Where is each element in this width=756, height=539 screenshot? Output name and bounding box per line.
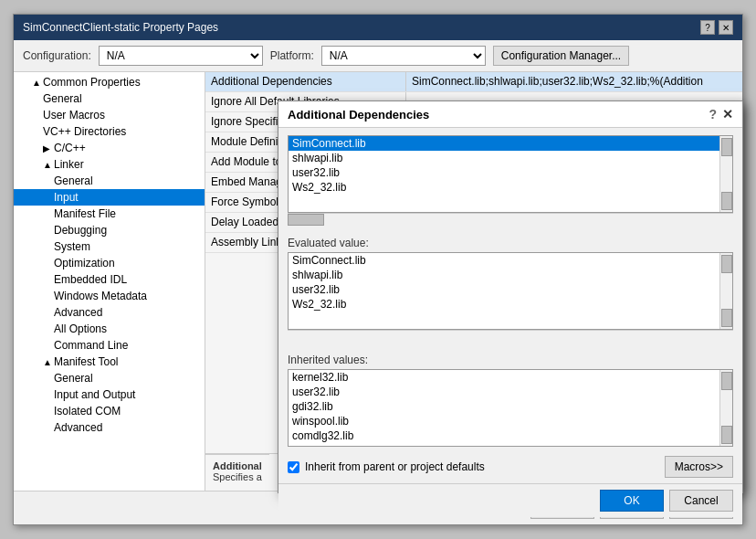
input-item-shlwapi[interactable]: shlwapi.lib: [289, 151, 719, 165]
input-scrollbar[interactable]: [719, 136, 732, 212]
input-listbox[interactable]: SimConnect.lib shlwapi.lib user32.lib Ws…: [288, 135, 733, 213]
eval-item-ws2: Ws2_32.lib: [289, 297, 719, 312]
prop-value-additional-deps: SimConnect.lib;shlwapi.lib;user32.lib;Ws…: [406, 72, 742, 91]
scroll-thumb-down: [721, 192, 732, 210]
float-close-btn[interactable]: ✕: [722, 107, 733, 122]
hscroll-thumb: [288, 214, 324, 226]
float-title-controls: ? ✕: [709, 107, 733, 122]
tree-item-general-1[interactable]: General: [14, 90, 205, 107]
tree-item-manifest-file[interactable]: Manifest File: [14, 206, 205, 222]
expand-icon-linker: ▲: [43, 160, 52, 170]
tree-item-general-linker[interactable]: General: [14, 173, 205, 189]
tree-item-command-line[interactable]: Command Line: [14, 337, 205, 354]
inherit-checkbox[interactable]: [288, 461, 299, 473]
prop-description: Additional Specifies a: [205, 454, 269, 491]
tree-item-general-manifest[interactable]: General: [14, 370, 205, 386]
close-button[interactable]: ✕: [719, 20, 733, 35]
tree-item-advanced-manifest[interactable]: Advanced: [14, 419, 205, 436]
tree-item-windows-metadata[interactable]: Windows Metadata: [14, 288, 205, 304]
tree-item-user-macros[interactable]: User Macros: [14, 107, 205, 123]
float-dialog-title: Additional Dependencies: [288, 108, 429, 122]
tree-item-embedded-idl[interactable]: Embedded IDL: [14, 271, 205, 288]
inh-scroll-up: [721, 372, 732, 390]
tree-item-vc-directories[interactable]: VC++ Directories: [14, 123, 205, 140]
inherited-inner: kernel32.lib user32.lib gdi32.lib winspo…: [289, 370, 719, 446]
config-manager-button[interactable]: Configuration Manager...: [493, 46, 629, 66]
expand-icon: ▲: [32, 78, 41, 88]
inherited-scrollbar[interactable]: [719, 370, 732, 446]
input-item-user32[interactable]: user32.lib: [289, 165, 719, 180]
tree-item-system[interactable]: System: [14, 238, 205, 255]
input-item-ws2[interactable]: Ws2_32.lib: [289, 180, 719, 195]
tree-item-input-output[interactable]: Input and Output: [14, 386, 205, 403]
eval-scroll-up: [721, 255, 732, 273]
tree-item-isolated-com[interactable]: Isolated COM: [14, 403, 205, 419]
eval-item-shlwapi: shlwapi.lib: [289, 268, 719, 282]
toolbar: Configuration: N/A Platform: N/A Configu…: [14, 40, 742, 72]
float-title-bar: Additional Dependencies ? ✕: [278, 101, 742, 128]
inh-item-gdi32: gdi32.lib: [289, 399, 719, 414]
expand-icon-cpp: ▶: [43, 143, 52, 153]
evaluated-label: Evaluated value:: [288, 237, 733, 249]
inherit-label[interactable]: Inherit from parent or project defaults: [305, 460, 485, 473]
additional-deps-dialog: Additional Dependencies ? ✕ SimConnect.l…: [278, 100, 743, 493]
description-text: Specifies a: [213, 471, 262, 482]
inherited-listbox: kernel32.lib user32.lib gdi32.lib winspo…: [288, 369, 733, 447]
evaluated-inner: SimConnect.lib shlwapi.lib user32.lib Ws…: [289, 253, 719, 329]
tree-item-common-properties[interactable]: ▲ Common Properties: [14, 74, 205, 90]
tree-item-input[interactable]: Input: [14, 189, 205, 206]
inh-item-comdlg32: comdlg32.lib: [289, 428, 719, 443]
evaluated-scrollbar[interactable]: [719, 253, 732, 329]
platform-label: Platform:: [270, 49, 314, 62]
input-listbox-inner: SimConnect.lib shlwapi.lib user32.lib Ws…: [289, 136, 719, 212]
inherited-section: Inherited values: kernel32.lib user32.li…: [278, 346, 742, 450]
eval-scroll-down: [721, 309, 732, 327]
tree-item-all-options[interactable]: All Options: [14, 321, 205, 337]
scroll-thumb-up: [721, 138, 732, 156]
help-button[interactable]: ?: [700, 20, 715, 35]
expand-icon-manifest: ▲: [43, 357, 52, 367]
evaluated-hscroll[interactable]: [288, 330, 733, 343]
tree-item-cpp[interactable]: ▶ C/C++: [14, 140, 205, 156]
evaluated-listbox: SimConnect.lib shlwapi.lib user32.lib Ws…: [288, 252, 733, 330]
inh-item-user32: user32.lib: [289, 385, 719, 399]
tree-item-advanced[interactable]: Advanced: [14, 304, 205, 321]
prop-name-additional-deps: Additional Dependencies: [205, 72, 406, 91]
float-cancel-button[interactable]: Cancel: [669, 490, 733, 512]
evaluated-section: Evaluated value: SimConnect.lib shlwapi.…: [278, 229, 742, 346]
inh-item-kernel32: kernel32.lib: [289, 370, 719, 385]
eval-item-simconnect: SimConnect.lib: [289, 253, 719, 268]
tree-item-manifest-tool[interactable]: ▲ Manifest Tool: [14, 354, 205, 370]
eval-item-user32: user32.lib: [289, 282, 719, 297]
tree-item-linker[interactable]: ▲ Linker: [14, 156, 205, 173]
config-label: Configuration:: [23, 49, 91, 62]
tree-item-debugging[interactable]: Debugging: [14, 222, 205, 238]
float-ok-button[interactable]: OK: [600, 490, 664, 512]
float-help-btn[interactable]: ?: [709, 107, 717, 122]
input-item-simconnect[interactable]: SimConnect.lib: [289, 136, 719, 151]
platform-select[interactable]: N/A: [321, 46, 486, 66]
tree-panel: ▲ Common Properties General User Macros …: [14, 72, 205, 491]
title-bar-buttons: ? ✕: [700, 20, 733, 35]
description-title: Additional: [213, 460, 262, 471]
configuration-select[interactable]: N/A: [99, 46, 263, 66]
input-section: SimConnect.lib shlwapi.lib user32.lib Ws…: [278, 128, 742, 229]
prop-row-additional-deps[interactable]: Additional Dependencies SimConnect.lib;s…: [205, 72, 742, 92]
input-hscroll[interactable]: [288, 213, 733, 226]
macros-button[interactable]: Macros>>: [665, 456, 733, 478]
checkbox-row: Inherit from parent or project defaults …: [278, 450, 742, 483]
title-bar: SimConnectClient-static Property Pages ?…: [14, 15, 742, 40]
dialog-title: SimConnectClient-static Property Pages: [23, 21, 218, 34]
inh-item-winspool: winspool.lib: [289, 414, 719, 428]
tree-item-optimization[interactable]: Optimization: [14, 255, 205, 271]
float-bottom-bar: OK Cancel: [278, 483, 742, 517]
inh-scroll-down: [721, 426, 732, 444]
inherited-label: Inherited values:: [288, 354, 733, 366]
